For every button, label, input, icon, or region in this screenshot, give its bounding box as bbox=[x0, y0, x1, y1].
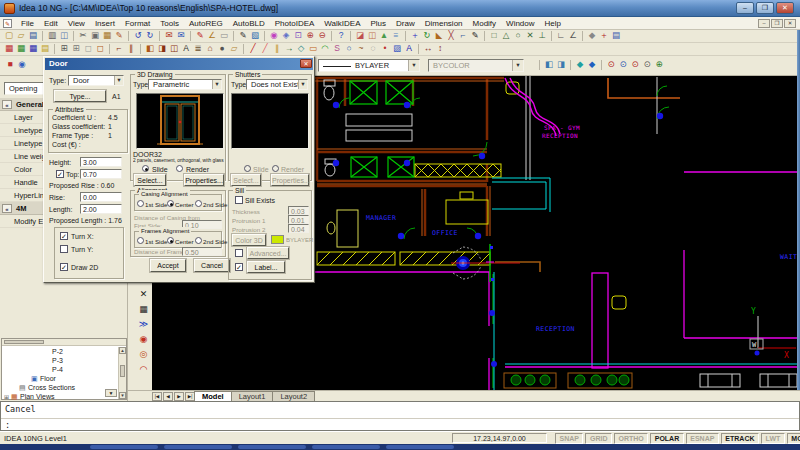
status-toggle[interactable]: ESNAP bbox=[686, 433, 719, 444]
trim-icon[interactable]: ╳ bbox=[445, 30, 457, 42]
restore-button[interactable]: ❐ bbox=[756, 2, 774, 14]
color-combo[interactable]: BYCOLOR ▼ bbox=[428, 59, 524, 72]
make-block-icon[interactable]: ◧ bbox=[543, 59, 555, 71]
open-icon[interactable]: ▱ bbox=[15, 30, 27, 42]
top-field[interactable]: 0.70 bbox=[80, 169, 122, 179]
mdi-restore-button[interactable]: ❐ bbox=[771, 19, 783, 28]
snap-midpoint-icon[interactable]: △ bbox=[500, 30, 512, 42]
zoom-out-icon[interactable]: ⊖ bbox=[316, 30, 328, 42]
draw-2d-checkbox[interactable]: ✓ bbox=[60, 263, 68, 271]
curve-icon[interactable]: S bbox=[331, 43, 343, 55]
lock-icon[interactable]: ◆ bbox=[586, 30, 598, 42]
pan-icon[interactable]: ⊕ bbox=[653, 59, 665, 71]
tree-item[interactable]: ▤Cross Sections bbox=[2, 383, 119, 392]
frame-icon[interactable]: ◻ bbox=[94, 43, 106, 55]
pen-icon[interactable]: ✎ bbox=[469, 30, 481, 42]
chevron-down-icon[interactable]: ▼ bbox=[298, 80, 307, 89]
new-icon[interactable]: ▢ bbox=[3, 30, 15, 42]
polar-icon[interactable]: ∠ bbox=[567, 30, 579, 42]
casing-1st-side-radio[interactable] bbox=[137, 200, 144, 207]
shutters-type-combo[interactable]: Does not Exist▼ bbox=[246, 79, 308, 90]
menu-item[interactable]: View bbox=[63, 17, 90, 30]
menu-item[interactable]: PhotoIDEA bbox=[270, 17, 320, 30]
table-icon[interactable]: ⊞ bbox=[70, 43, 82, 55]
tab-first-button[interactable]: |◀ bbox=[152, 392, 162, 401]
minimize-button[interactable]: – bbox=[736, 2, 754, 14]
dialog-title-bar[interactable]: Door bbox=[45, 58, 313, 70]
erase-icon[interactable]: ◪ bbox=[354, 30, 366, 42]
length-field[interactable]: 2.00 bbox=[80, 204, 122, 214]
point-icon[interactable]: • bbox=[379, 43, 391, 55]
turn-y-checkbox[interactable] bbox=[60, 245, 68, 253]
window-icon[interactable]: ◫ bbox=[168, 43, 180, 55]
measure-icon[interactable]: ∠ bbox=[206, 30, 218, 42]
menu-item[interactable]: Draw bbox=[391, 17, 420, 30]
sill-exists-checkbox[interactable] bbox=[235, 196, 243, 204]
status-toggle[interactable]: POLAR bbox=[650, 433, 684, 444]
command-line[interactable]: Cancel : bbox=[0, 401, 800, 431]
status-toggle[interactable]: SNAP bbox=[555, 433, 583, 444]
collapse-icon[interactable]: « bbox=[2, 100, 12, 109]
help-icon[interactable]: ? bbox=[335, 30, 347, 42]
status-toggle[interactable]: ORTHO bbox=[614, 433, 648, 444]
tree-item[interactable]: P-4 bbox=[2, 365, 119, 374]
tree-hscrollbar[interactable] bbox=[2, 339, 126, 346]
roof-icon[interactable]: ⌂ bbox=[204, 43, 216, 55]
zoom-center-icon[interactable]: ⊙ bbox=[641, 59, 653, 71]
type-button[interactable]: Type... bbox=[54, 90, 106, 102]
copy-object-icon[interactable]: ◫ bbox=[366, 30, 378, 42]
dim-vertical-icon[interactable]: ↕ bbox=[434, 43, 446, 55]
copy-icon[interactable]: ▣ bbox=[89, 30, 101, 42]
move-icon[interactable]: ＋ bbox=[409, 30, 421, 42]
turn-x-checkbox[interactable]: ✓ bbox=[60, 232, 68, 240]
status-toggle[interactable]: GRID bbox=[585, 433, 612, 444]
format-painter-icon[interactable]: ✎ bbox=[113, 30, 125, 42]
color-control-icon[interactable]: ■ bbox=[4, 59, 16, 71]
zoom-window-icon[interactable]: ⊡ bbox=[292, 30, 304, 42]
scale-icon[interactable]: ◣ bbox=[433, 30, 445, 42]
zoom-all-icon[interactable]: ⊙ bbox=[617, 59, 629, 71]
casing-center-radio[interactable] bbox=[167, 200, 174, 207]
ucs-icon[interactable]: ＋ bbox=[598, 30, 610, 42]
stairs-icon[interactable]: ≣ bbox=[192, 43, 204, 55]
label-button[interactable]: Label... bbox=[247, 261, 285, 273]
parallel-icon[interactable]: ∥ bbox=[271, 43, 283, 55]
hatch-icon[interactable]: ▨ bbox=[391, 43, 403, 55]
cancel-button[interactable]: Cancel bbox=[194, 259, 230, 272]
zoom-previous-icon[interactable]: ◈ bbox=[280, 30, 292, 42]
chevron-down-icon[interactable]: ▼ bbox=[408, 60, 419, 71]
mdi-close-button[interactable]: ✕ bbox=[784, 19, 796, 28]
menu-item[interactable]: Format bbox=[120, 17, 155, 30]
tree-item[interactable]: P-3 bbox=[2, 356, 119, 365]
chevron-down-icon[interactable]: ▼ bbox=[114, 76, 123, 85]
column-icon[interactable]: ● bbox=[216, 43, 228, 55]
menu-item[interactable]: Tools bbox=[155, 17, 184, 30]
ortho-icon[interactable]: ∟ bbox=[555, 30, 567, 42]
snap-perpendicular-icon[interactable]: ⊥ bbox=[536, 30, 548, 42]
slab-icon[interactable]: ▱ bbox=[228, 43, 240, 55]
frames-center-radio[interactable] bbox=[167, 237, 174, 244]
construction-line-icon[interactable]: ╱ bbox=[259, 43, 271, 55]
accept-button[interactable]: Accept bbox=[150, 259, 186, 272]
plan-views-dropdown[interactable]: ▼ bbox=[105, 389, 117, 397]
collapse-icon[interactable]: « bbox=[2, 204, 12, 213]
mirror-icon[interactable]: ▲ bbox=[378, 30, 390, 42]
wall-icon[interactable]: ⌐ bbox=[113, 43, 125, 55]
redo-icon[interactable]: ↻ bbox=[144, 30, 156, 42]
tree-item[interactable]: P-2 bbox=[2, 347, 119, 356]
tab-prev-button[interactable]: ◀ bbox=[163, 392, 173, 401]
rotate-icon[interactable]: ↻ bbox=[421, 30, 433, 42]
cell-icon[interactable]: ◻ bbox=[82, 43, 94, 55]
save-icon[interactable]: ▤ bbox=[27, 30, 39, 42]
linetype-combo[interactable]: BYLAYER ▼ bbox=[318, 59, 420, 72]
paste-icon[interactable]: ▦ bbox=[101, 30, 113, 42]
door-icon[interactable]: ◨ bbox=[156, 43, 168, 55]
menu-item[interactable]: Insert bbox=[90, 17, 120, 30]
frames-2nd-side-radio[interactable] bbox=[195, 237, 202, 244]
window-tool-icon[interactable]: ◎ bbox=[137, 348, 150, 361]
door-type-combo[interactable]: Door▼ bbox=[68, 75, 124, 86]
wall-double-icon[interactable]: ∥ bbox=[125, 43, 137, 55]
idea-floors-icon[interactable]: ▦ bbox=[15, 43, 27, 55]
snap-center-icon[interactable]: ○ bbox=[512, 30, 524, 42]
sketch-icon[interactable]: ✎ bbox=[237, 30, 249, 42]
